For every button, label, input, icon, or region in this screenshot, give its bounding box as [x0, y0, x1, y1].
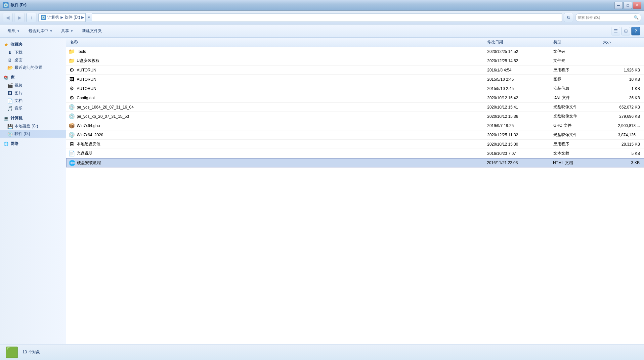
minimize-button[interactable]: ─ [614, 2, 623, 9]
file-size: 3,874,126 ... [602, 133, 641, 137]
sidebar-section-network: 🌐 网络 [0, 140, 66, 148]
include-label: 包含到库中 [28, 28, 48, 34]
file-name-cell: 💿 Win7x64_2020 [69, 132, 486, 138]
file-name-cell: ⚙ AUTORUN [69, 67, 486, 73]
table-row[interactable]: 💿 pe_yqs_xp_20_07_31_15_53 2020/10/12 15… [66, 112, 644, 121]
file-modified: 2016/10/23 7:07 [486, 151, 552, 156]
file-modified: 2020/12/25 14:52 [486, 59, 552, 63]
breadcrumb-sep-2: ▶ [81, 15, 84, 20]
sidebar-header-library[interactable]: 📚 库 [0, 73, 66, 82]
col-header-modified[interactable]: 修改日期 [486, 39, 552, 45]
local-d-icon: 💿 [7, 131, 13, 137]
table-row[interactable]: 💿 Win7x64_2020 2020/12/25 11:32 光盘映像文件 3… [66, 130, 644, 140]
document-label: 文档 [15, 98, 22, 104]
table-row[interactable]: ⚙ AUTORUN 2015/5/10 2:45 安装信息 1 KB [66, 84, 644, 93]
share-button[interactable]: 共享 ▼ [58, 26, 77, 36]
table-row[interactable]: 📄 光盘说明 2016/10/23 7:07 文本文档 5 KB [66, 149, 644, 158]
table-row[interactable]: 🖼 AUTORUN 2015/5/10 2:45 图标 10 KB [66, 75, 644, 84]
file-size: 652,072 KB [602, 105, 641, 110]
share-label: 共享 [61, 28, 69, 34]
col-header-type[interactable]: 类型 [552, 39, 602, 45]
table-row[interactable]: 📁 Tools 2020/12/25 14:52 文件夹 [66, 47, 644, 56]
table-row[interactable]: 🖥 本地硬盘安装 2020/10/12 15:30 应用程序 28,315 KB [66, 140, 644, 149]
sidebar-item-video[interactable]: 🎬 视频 [0, 82, 66, 89]
table-row[interactable]: 📁 U盘安装教程 2020/12/25 14:52 文件夹 [66, 56, 644, 66]
file-type: 光盘映像文件 [552, 104, 602, 110]
file-modified: 2020/10/12 15:42 [486, 96, 552, 100]
breadcrumb-computer[interactable]: 计算机 [47, 15, 59, 20]
document-icon: 📄 [7, 98, 13, 104]
file-size: 3 KB [601, 160, 641, 165]
computer-icon: 💻 [3, 116, 9, 121]
new-folder-button[interactable]: 新建文件夹 [78, 26, 106, 36]
video-icon: 🎬 [7, 83, 13, 88]
file-size: 2,900,813 ... [602, 123, 641, 128]
back-button[interactable]: ◀ [3, 13, 13, 22]
file-icon: 📦 [69, 123, 75, 129]
file-name: U盘安装教程 [77, 58, 100, 64]
include-button[interactable]: 包含到库中 ▼ [25, 26, 56, 36]
file-modified: 2016/11/21 22:03 [486, 160, 552, 165]
file-name-cell: 💿 pe_yqs_1064_20_07_31_16_04 [69, 104, 486, 110]
file-name-cell: 🖥 本地硬盘安装 [69, 141, 486, 147]
favorites-icon: ★ [3, 42, 9, 47]
file-type: 光盘映像文件 [552, 113, 602, 119]
file-name: AUTORUN [77, 77, 96, 82]
new-folder-label: 新建文件夹 [82, 28, 102, 34]
sidebar-item-local-c[interactable]: 💾 本地磁盘 (C:) [0, 122, 66, 130]
search-bar: 🔍 [575, 13, 641, 22]
col-header-name[interactable]: 名称 [69, 39, 486, 45]
table-row[interactable]: ⚙ Config.dat 2020/10/12 15:42 DAT 文件 36 … [66, 93, 644, 103]
up-button[interactable]: ↑ [26, 13, 36, 22]
sidebar-item-document[interactable]: 📄 文档 [0, 97, 66, 105]
table-row[interactable]: 💿 pe_yqs_1064_20_07_31_16_04 2020/10/12 … [66, 103, 644, 112]
help-button[interactable]: ? [631, 27, 640, 35]
share-arrow: ▼ [70, 29, 73, 33]
file-icon: ⚙ [69, 67, 75, 73]
search-button[interactable]: 🔍 [633, 15, 639, 21]
file-size: 36 KB [602, 96, 641, 100]
sidebar-item-music[interactable]: 🎵 音乐 [0, 105, 66, 112]
file-icon: ⚙ [69, 86, 75, 92]
sidebar-item-local-d[interactable]: 💿 软件 (D:) [0, 130, 66, 138]
file-icon: ⚙ [69, 95, 75, 101]
include-arrow: ▼ [50, 29, 53, 33]
file-modified: 2020/12/25 14:52 [486, 49, 552, 54]
organize-button[interactable]: 组织 ▼ [4, 26, 23, 36]
file-size: 5 KB [602, 151, 641, 156]
title-bar-left: 💿 软件 (D:) [3, 2, 26, 8]
file-type: 安装信息 [552, 86, 602, 91]
view-mode-button[interactable]: ☰ [612, 27, 620, 35]
file-name-cell: 🌐 硬盘安装教程 [69, 160, 486, 166]
organize-arrow: ▼ [17, 29, 20, 33]
maximize-button[interactable]: □ [623, 2, 632, 9]
breadcrumb-sep-1: ▶ [61, 15, 63, 20]
table-row[interactable]: 🌐 硬盘安装教程 2016/11/21 22:03 HTML 文档 3 KB [66, 158, 644, 167]
table-row[interactable]: 📦 Win7x64.gho 2019/9/7 19:25 GHO 文件 2,90… [66, 121, 644, 130]
sidebar-section-favorites: ★ 收藏夹 ⬇ 下载 🖥 桌面 📂 最近访问的位置 [0, 40, 66, 71]
file-icon: 📁 [69, 49, 75, 55]
sidebar-header-computer[interactable]: 💻 计算机 [0, 114, 66, 122]
address-bar: 💿 计算机 ▶ 软件 (D:) ▶ ▼ [38, 13, 562, 22]
address-dropdown-button[interactable]: ▼ [85, 13, 92, 22]
refresh-button[interactable]: ↻ [564, 13, 573, 22]
table-row[interactable]: ⚙ AUTORUN 2016/1/8 4:54 应用程序 1,926 KB [66, 66, 644, 75]
sidebar-item-picture[interactable]: 🖼 图片 [0, 89, 66, 97]
col-header-size[interactable]: 大小 [602, 39, 641, 45]
sidebar-item-download[interactable]: ⬇ 下载 [0, 49, 66, 56]
search-input[interactable] [578, 16, 632, 20]
close-button[interactable]: ✕ [633, 2, 641, 9]
sidebar-header-favorites[interactable]: ★ 收藏夹 [0, 40, 66, 49]
file-modified: 2020/10/12 15:41 [486, 105, 552, 110]
file-name-cell: 🖼 AUTORUN [69, 76, 486, 82]
sidebar-item-recent[interactable]: 📂 最近访问的位置 [0, 64, 66, 71]
file-icon: 🌐 [69, 160, 75, 166]
sidebar-header-network[interactable]: 🌐 网络 [0, 140, 66, 148]
file-name: Config.dat [77, 96, 95, 100]
sidebar-item-desktop[interactable]: 🖥 桌面 [0, 56, 66, 64]
forward-button[interactable]: ▶ [15, 13, 24, 22]
view-details-button[interactable]: ⊞ [622, 27, 630, 35]
network-label: 网络 [11, 141, 19, 147]
breadcrumb-drive[interactable]: 软件 (D:) [64, 15, 80, 20]
local-d-label: 软件 (D:) [15, 131, 30, 137]
